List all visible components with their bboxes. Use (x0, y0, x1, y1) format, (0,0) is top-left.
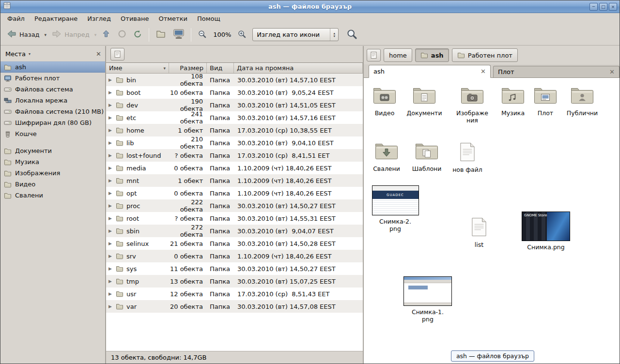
icon-view-item[interactable]: Изображения (451, 86, 493, 124)
column-header[interactable]: Дата на промяна (234, 63, 363, 73)
breadcrumb-button[interactable]: ash (415, 48, 449, 62)
expander-icon[interactable]: ▶ (108, 203, 113, 208)
table-row[interactable]: ▶opt0 обектаПапка1.10.2009 (чт) 18,40,26… (106, 187, 363, 199)
menu-item[interactable]: Файл (2, 14, 30, 23)
table-row[interactable]: ▶tmp13 обектаПапка30.03.2010 (вт) 15,07,… (106, 275, 363, 288)
maximize-button[interactable]: □ (599, 3, 607, 11)
table-row[interactable]: ▶bin108 обектаПапка30.03.2010 (вт) 14,57… (106, 74, 363, 86)
view-mode-select[interactable]: Изглед като икони ▴▾ (252, 28, 339, 41)
tab[interactable]: Плот✕ (493, 66, 620, 77)
icon-view-item[interactable]: Документи (404, 86, 444, 117)
sidebar-item[interactable]: Кошче (0, 128, 105, 139)
icon-view-item[interactable]: Плот (527, 86, 564, 117)
table-row[interactable]: ▶selinux21 обектаПапка30.03.2010 (вт) 14… (106, 237, 363, 250)
expander-icon[interactable]: ▶ (108, 153, 113, 158)
icon-view-item[interactable]: нов файл (448, 142, 487, 173)
table-row[interactable]: ▶boot10 обектаПапка30.03.2010 (вт) 9,05,… (106, 86, 363, 99)
tab-close-icon[interactable]: ✕ (480, 68, 486, 75)
sidebar-item[interactable]: Свалени (0, 190, 105, 201)
menu-item[interactable]: Помощ (192, 14, 225, 23)
table-row[interactable]: ▶root? обектаПапка30.03.2010 (вт) 14,55,… (106, 212, 363, 225)
forward-button[interactable]: Напред (48, 27, 92, 43)
sidebar-item[interactable]: Изображения (0, 167, 105, 179)
icon-view-item[interactable]: GNOME StoreСнимка.png (519, 212, 573, 251)
icon-view-item[interactable]: Шаблони (407, 141, 447, 172)
table-row[interactable]: ▶usr12 обектаПапка17.03.2010 (ср) 8,51,4… (106, 288, 363, 300)
expander-icon[interactable]: ▶ (108, 103, 113, 107)
icon-view-item[interactable]: Свалени (367, 141, 406, 172)
sidebar-item[interactable]: Работен плот (0, 73, 105, 84)
zoom-out-button[interactable] (195, 27, 210, 43)
reload-button[interactable] (130, 27, 145, 43)
search-button[interactable] (343, 27, 360, 43)
menu-item[interactable]: Изглед (82, 14, 116, 23)
up-button[interactable] (98, 27, 114, 43)
table-row[interactable]: ▶var20 обектаПапка30.03.2010 (вт) 14,57,… (106, 300, 363, 313)
expander-icon[interactable]: ▶ (108, 115, 113, 120)
places-close-button[interactable]: ✕ (96, 50, 101, 58)
table-row[interactable]: ▶sbin272 обектаПапка30.03.2010 (вт) 9,04… (106, 225, 363, 237)
expander-icon[interactable]: ▶ (108, 216, 113, 221)
icon-view-item[interactable]: GUADECСнимка-2.png (371, 185, 419, 232)
sidebar-item[interactable]: Шифриран дял (80 GB) (0, 117, 105, 128)
icon-view-item[interactable]: Видео (365, 86, 404, 117)
sidebar-item[interactable]: Музика (0, 156, 105, 167)
table-row[interactable]: ▶lib210 обектаПапка30.03.2010 (вт) 9,04,… (106, 136, 363, 149)
pathbar-pane-button[interactable] (367, 49, 381, 61)
minimize-button[interactable]: ─ (589, 3, 598, 11)
expander-icon[interactable]: ▶ (108, 178, 113, 183)
expander-icon[interactable]: ▶ (108, 90, 113, 95)
menu-item[interactable]: Редактиране (30, 14, 82, 23)
back-dropdown[interactable]: ▾ (44, 27, 48, 43)
sidebar-item[interactable]: Файлова система (0, 84, 105, 95)
places-dropdown-icon[interactable]: ▾ (28, 50, 31, 58)
table-row[interactable]: ▶etc241 обектаПапка30.03.2010 (вт) 14,57… (106, 111, 363, 124)
table-row[interactable]: ▶lost+found? обектаПапка17.03.2010 (ср) … (106, 149, 363, 162)
icon-view-item[interactable]: list (462, 217, 496, 248)
icon-view-item[interactable]: Публични (561, 86, 603, 117)
breadcrumb-button[interactable]: Работен плот (452, 48, 518, 62)
sidebar-item[interactable]: Локална мрежа (0, 95, 105, 106)
expander-icon[interactable]: ▶ (108, 166, 113, 170)
expander-icon[interactable]: ▶ (108, 77, 113, 82)
zoom-in-button[interactable] (234, 27, 249, 43)
computer-button[interactable] (170, 27, 187, 43)
table-row[interactable]: ▶sys11 обектаПапка30.03.2010 (вт) 14,50,… (106, 262, 363, 275)
expander-icon[interactable]: ▶ (108, 254, 113, 258)
menu-item[interactable]: Отметки (154, 14, 192, 23)
expander-icon[interactable]: ▶ (108, 241, 113, 246)
tab-close-icon[interactable]: ✕ (609, 68, 615, 76)
pane-location-button[interactable] (110, 48, 124, 61)
expander-icon[interactable]: ▶ (108, 228, 113, 233)
icon-view-item[interactable]: Снимка-1.png (403, 276, 452, 323)
expander-icon[interactable]: ▶ (108, 291, 113, 296)
close-button[interactable]: × (609, 3, 617, 11)
table-row[interactable]: ▶mnt1 обектПапка1.10.2009 (чт) 18,40,26 … (106, 174, 363, 187)
table-row[interactable]: ▶dev190 обектаПапка30.03.2010 (вт) 14,51… (106, 99, 363, 111)
home-button[interactable] (153, 27, 169, 43)
table-row[interactable]: ▶media0 обектаПапка1.10.2009 (чт) 18,40,… (106, 162, 363, 174)
expander-icon[interactable]: ▶ (108, 266, 113, 271)
expander-icon[interactable]: ▶ (108, 140, 113, 145)
sidebar-item[interactable]: ash (0, 61, 105, 73)
sidebar-item[interactable]: Файлова система (210 MB) (0, 106, 105, 117)
sidebar-item[interactable]: Документи (0, 145, 105, 156)
stop-button[interactable] (115, 27, 129, 43)
expander-icon[interactable]: ▶ (108, 304, 113, 309)
column-header[interactable]: Размер (169, 63, 207, 73)
titlebar[interactable]: ash — файлов браузър ─ □ × (0, 0, 620, 13)
menu-item[interactable]: Отиване (116, 14, 154, 23)
forward-dropdown[interactable]: ▾ (93, 27, 98, 43)
table-row[interactable]: ▶srv0 обектаПапка1.10.2009 (чт) 18,40,26… (106, 250, 363, 262)
tab[interactable]: ash✕ (369, 65, 491, 78)
breadcrumb-button[interactable]: home (384, 48, 412, 62)
expander-icon[interactable]: ▶ (108, 279, 113, 284)
table-row[interactable]: ▶proc222 обектаПапка30.03.2010 (вт) 14,5… (106, 199, 363, 212)
column-header[interactable]: Вид (207, 63, 234, 73)
expander-icon[interactable]: ▶ (108, 128, 113, 133)
expander-icon[interactable]: ▶ (108, 191, 113, 196)
column-header[interactable]: Име▾ (106, 63, 169, 73)
back-button[interactable]: Назад (3, 27, 43, 43)
sidebar-item[interactable]: Видео (0, 179, 105, 190)
table-row[interactable]: ▶home1 обектПапка17.03.2010 (ср) 10,38,5… (106, 124, 363, 136)
